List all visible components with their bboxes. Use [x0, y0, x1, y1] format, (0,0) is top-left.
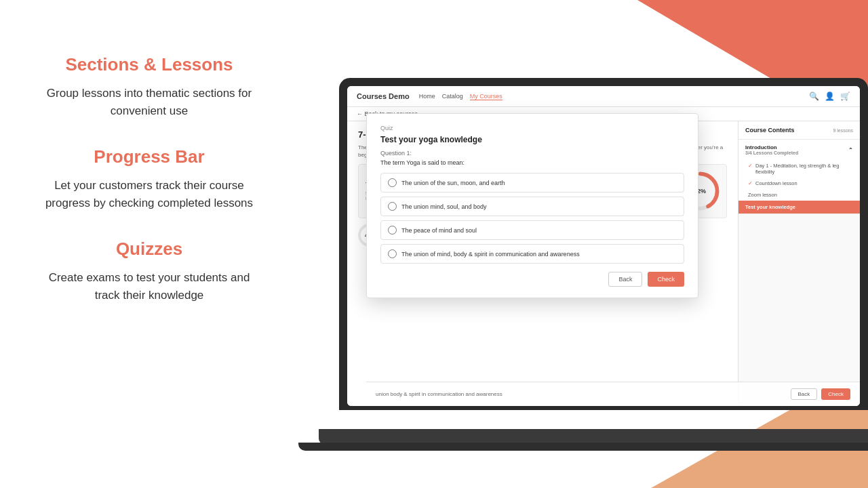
user-icon[interactable]: 👤: [825, 92, 835, 101]
quiz-question-text: The term Yoga is said to mean:: [380, 159, 684, 166]
feature-sections-lessons: Sections & Lessons Group lessons into th…: [41, 54, 258, 119]
nav-home[interactable]: Home: [419, 93, 435, 100]
quiz-modal: Quiz Test your yoga knowledge Question 1…: [366, 113, 698, 298]
feature-desc-3: Create exams to test your students and t…: [41, 269, 258, 304]
cart-icon[interactable]: 🛒: [840, 92, 850, 101]
quiz-back-button[interactable]: Back: [608, 272, 642, 287]
quiz-option-label-4: The union of mind, body & spirit in comm…: [401, 251, 580, 258]
quiz-radio-1[interactable]: [388, 178, 397, 187]
quiz-question-label: Question 1:: [380, 150, 684, 157]
quiz-option-2[interactable]: The union mind, soul, and body: [380, 197, 684, 216]
sidebar-lesson-label-1: Day 1 - Meditation, leg strength & leg f…: [755, 163, 853, 175]
sidebar-course-contents: Course Contents: [745, 127, 795, 134]
sidebar-lesson-label-2: Countdown lesson: [755, 180, 797, 186]
sidebar-lesson-quiz[interactable]: Test your knowledge: [738, 201, 860, 214]
feature-desc-1: Group lessons into thematic sections for…: [41, 85, 258, 119]
nav-my-courses[interactable]: My Courses: [470, 93, 502, 100]
sidebar-lesson-zoom[interactable]: Zoom lesson: [738, 189, 860, 201]
bottom-strip-buttons: Back Check: [791, 388, 850, 400]
laptop-frame: Courses Demo Home Catalog My Courses 🔍 👤…: [339, 78, 868, 410]
laptop-screen: Courses Demo Home Catalog My Courses 🔍 👤…: [347, 86, 860, 406]
quiz-actions: Back Check: [380, 272, 684, 287]
sidebar-section-name: Introduction: [745, 144, 798, 150]
chevron-up-icon: ⌃: [848, 147, 853, 153]
sidebar-lesson-countdown[interactable]: ✓ Countdown lesson: [738, 178, 860, 189]
quiz-option-label-1: The union of the sun, moon, and earth: [401, 180, 505, 186]
bottom-back-button[interactable]: Back: [791, 388, 818, 400]
quiz-option-1[interactable]: The union of the sun, moon, and earth: [380, 173, 684, 192]
quiz-option-label-3: The peace of mind and soul: [401, 227, 477, 234]
sidebar-lesson-count: 9 lessons: [833, 128, 853, 133]
sidebar-section-intro: Introduction 3/4 Lessons Completed ⌃ ✓ D…: [738, 140, 860, 214]
quiz-option-4[interactable]: The union of mind, body & spirit in comm…: [380, 244, 684, 264]
laptop-base-bottom: [298, 443, 868, 451]
bottom-check-button[interactable]: Check: [821, 388, 850, 400]
feature-quizzes: Quizzes Create exams to test your studen…: [41, 239, 258, 304]
feature-panel: Sections & Lessons Group lessons into th…: [0, 0, 292, 488]
nav-catalog[interactable]: Catalog: [442, 93, 463, 100]
search-icon[interactable]: 🔍: [809, 92, 819, 101]
check-icon-2: ✓: [748, 180, 753, 186]
bottom-quiz-strip: union body & spirit in communication and…: [366, 382, 860, 406]
sidebar-section-intro-header[interactable]: Introduction 3/4 Lessons Completed ⌃: [738, 140, 860, 160]
sidebar-header: Course Contents 9 lessons: [738, 121, 860, 140]
laptop-mockup: Courses Demo Home Catalog My Courses 🔍 👤…: [339, 78, 868, 458]
quiz-tag: Quiz: [380, 125, 684, 131]
feature-title-2: Progress Bar: [41, 146, 258, 167]
check-icon-1: ✓: [748, 163, 753, 169]
feature-title-3: Quizzes: [41, 239, 258, 260]
site-name: Courses Demo: [357, 92, 410, 100]
quiz-radio-4[interactable]: [388, 249, 397, 258]
quiz-heading: Test your yoga knowledge: [380, 135, 684, 144]
quiz-radio-3[interactable]: [388, 226, 397, 235]
nav-links: Home Catalog My Courses: [419, 93, 502, 100]
laptop-base: [319, 429, 868, 444]
sidebar-section-progress: 3/4 Lessons Completed: [745, 150, 798, 155]
quiz-check-button[interactable]: Check: [648, 272, 684, 287]
browser-window: Courses Demo Home Catalog My Courses 🔍 👤…: [347, 86, 860, 406]
browser-navbar: Courses Demo Home Catalog My Courses 🔍 👤…: [347, 86, 860, 107]
quiz-option-label-2: The union mind, soul, and body: [401, 203, 487, 210]
quiz-radio-2[interactable]: [388, 202, 397, 211]
course-sidebar: Course Contents 9 lessons Introduction 3…: [738, 121, 860, 406]
sidebar-lesson-day1[interactable]: ✓ Day 1 - Meditation, leg strength & leg…: [738, 160, 860, 178]
feature-title-1: Sections & Lessons: [41, 54, 258, 75]
quiz-option-3[interactable]: The peace of mind and soul: [380, 220, 684, 240]
feature-desc-2: Let your customers track their course pr…: [41, 177, 258, 211]
feature-progress-bar: Progress Bar Let your customers track th…: [41, 146, 258, 211]
nav-icon-group: 🔍 👤 🛒: [809, 92, 850, 101]
bottom-strip-text: union body & spirit in communication and…: [376, 391, 502, 397]
